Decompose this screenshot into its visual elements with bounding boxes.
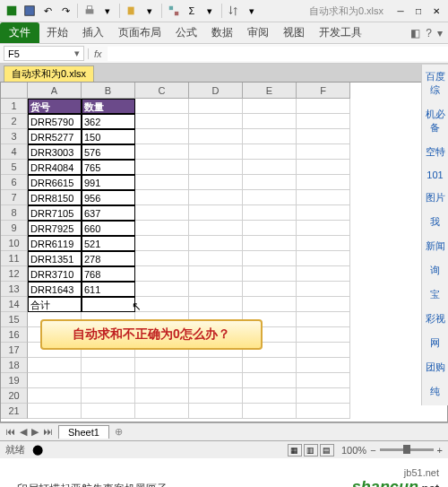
row-header[interactable]: 6 xyxy=(1,175,28,190)
col-header-a[interactable]: A xyxy=(28,83,82,98)
side-link[interactable]: 网 xyxy=(422,331,448,355)
cell[interactable] xyxy=(297,297,350,312)
cell[interactable] xyxy=(297,343,350,358)
cell[interactable] xyxy=(189,373,243,388)
cell[interactable]: DRR1643 xyxy=(28,282,82,297)
sum-icon[interactable]: Σ xyxy=(184,3,200,19)
news-ticker[interactable]: ·印尼打捞起亚航失事客机黑匣子 xyxy=(9,482,168,487)
col-header-d[interactable]: D xyxy=(189,83,243,98)
row-header[interactable]: 4 xyxy=(1,144,28,160)
cell[interactable] xyxy=(243,221,297,236)
sum-dd-icon[interactable]: ▾ xyxy=(202,3,218,19)
maximize-icon[interactable]: □ xyxy=(410,4,426,18)
side-link[interactable]: 宝 xyxy=(422,283,448,307)
cell[interactable]: DRR3003 xyxy=(28,144,82,160)
cell[interactable] xyxy=(189,144,243,160)
cell[interactable] xyxy=(243,388,297,404)
cell[interactable] xyxy=(297,236,350,251)
side-link[interactable]: 团购 xyxy=(422,355,448,379)
fx-button[interactable]: fx xyxy=(88,48,108,59)
cell[interactable] xyxy=(243,266,297,282)
cell[interactable]: DRR6615 xyxy=(28,175,82,190)
cell[interactable] xyxy=(189,236,243,251)
col-header-e[interactable]: E xyxy=(243,83,297,98)
sort-icon[interactable] xyxy=(226,3,242,19)
cell[interactable]: 576 xyxy=(82,144,135,160)
cell[interactable] xyxy=(28,373,82,388)
cell[interactable] xyxy=(297,190,350,205)
cell[interactable] xyxy=(189,297,243,312)
cell[interactable] xyxy=(243,358,297,373)
sheet-nav-next-icon[interactable]: ▶ xyxy=(30,426,40,438)
zoom-out-icon[interactable]: − xyxy=(370,445,375,456)
cell[interactable]: DRR4084 xyxy=(28,160,82,175)
cell[interactable]: 合计 xyxy=(28,297,82,312)
cell[interactable]: 278 xyxy=(82,251,135,266)
side-link[interactable]: 我 xyxy=(422,210,448,234)
view-break-icon[interactable]: ▤ xyxy=(320,444,334,457)
close-icon[interactable]: ✕ xyxy=(428,4,444,18)
cell[interactable] xyxy=(297,327,350,343)
col-header-b[interactable]: B xyxy=(82,83,135,98)
cell[interactable]: 数量 xyxy=(82,99,135,114)
cell[interactable] xyxy=(135,388,189,404)
cell[interactable] xyxy=(189,266,243,282)
save-icon[interactable] xyxy=(22,3,38,19)
cell[interactable]: 362 xyxy=(82,114,135,129)
cell[interactable] xyxy=(297,114,350,129)
cell[interactable] xyxy=(297,175,350,190)
cell[interactable] xyxy=(135,129,189,144)
row-header[interactable]: 12 xyxy=(1,266,28,282)
collapse-ribbon-icon[interactable]: ▾ xyxy=(437,27,443,39)
formula-input[interactable] xyxy=(108,47,448,61)
help-icon[interactable]: ? xyxy=(426,27,432,39)
side-link[interactable]: 新闻 xyxy=(422,234,448,258)
cell[interactable] xyxy=(243,297,297,312)
cell[interactable] xyxy=(135,221,189,236)
cell[interactable] xyxy=(189,251,243,266)
cell[interactable] xyxy=(297,160,350,175)
cell[interactable] xyxy=(189,190,243,205)
cell[interactable]: DRR6119 xyxy=(28,236,82,251)
cell[interactable] xyxy=(135,236,189,251)
view-normal-icon[interactable]: ▦ xyxy=(288,444,302,457)
cell[interactable] xyxy=(297,266,350,282)
cell[interactable] xyxy=(28,388,82,404)
record-macro-icon[interactable]: ⬤ xyxy=(32,444,43,456)
side-link[interactable]: 百度综 xyxy=(422,65,448,102)
cell[interactable] xyxy=(135,266,189,282)
cell[interactable] xyxy=(135,205,189,221)
cell[interactable] xyxy=(243,160,297,175)
cell[interactable]: 765 xyxy=(82,160,135,175)
cell[interactable]: 768 xyxy=(82,266,135,282)
cell[interactable] xyxy=(135,190,189,205)
cell[interactable] xyxy=(189,388,243,404)
cell[interactable]: DRR7105 xyxy=(28,205,82,221)
row-header[interactable]: 7 xyxy=(1,190,28,205)
preview-icon[interactable]: ▾ xyxy=(99,3,116,19)
cell[interactable] xyxy=(297,282,350,297)
cell[interactable] xyxy=(135,114,189,129)
side-link[interactable]: 彩视 xyxy=(422,307,448,331)
cell[interactable]: DRR3710 xyxy=(28,266,82,282)
cell[interactable]: DRR7925 xyxy=(28,221,82,236)
cell[interactable]: DRR8150 xyxy=(28,190,82,205)
tab-insert[interactable]: 插入 xyxy=(75,22,111,43)
cell[interactable] xyxy=(135,297,189,312)
doc-tab[interactable]: 自动求和为0.xlsx xyxy=(4,65,94,82)
tab-formula[interactable]: 公式 xyxy=(168,22,204,43)
cell[interactable] xyxy=(135,144,189,160)
row-header[interactable]: 14 xyxy=(1,297,28,312)
cell[interactable] xyxy=(243,404,297,419)
cell[interactable]: 660 xyxy=(82,221,135,236)
zoom-slider[interactable] xyxy=(380,448,434,451)
col-header-c[interactable]: C xyxy=(135,83,189,98)
cell[interactable] xyxy=(135,251,189,266)
undo-icon[interactable]: ↶ xyxy=(39,3,56,19)
cell[interactable] xyxy=(243,114,297,129)
side-link[interactable]: 空特 xyxy=(422,140,448,164)
cell[interactable] xyxy=(28,358,82,373)
tab-home[interactable]: 开始 xyxy=(39,22,75,43)
cell[interactable] xyxy=(135,99,189,114)
cell[interactable]: DRR5790 xyxy=(28,114,82,129)
